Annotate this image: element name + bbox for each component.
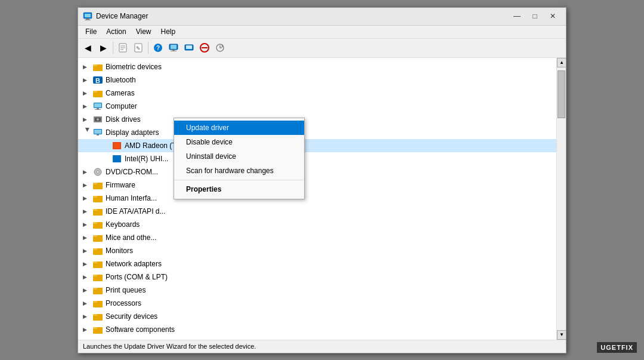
folder-icon	[92, 232, 103, 243]
monitor-button[interactable]	[166, 41, 181, 55]
tree-item-ide[interactable]: ▶ IDE ATA/ATAPI d...	[78, 205, 556, 218]
tree-item-print[interactable]: ▶ Print queues	[78, 284, 556, 297]
folder-icon	[92, 259, 103, 269]
tree-item-network[interactable]: ▶ Network adapters	[78, 257, 556, 270]
dvd-icon	[92, 167, 103, 177]
toolbar-separator-2	[148, 42, 148, 54]
expand-arrow: ▶	[83, 169, 92, 175]
tree-item-display[interactable]: ▶ Display adapters	[78, 126, 556, 139]
folder-icon	[92, 311, 103, 322]
tree-item-biometric[interactable]: ▶ Biometric devices	[78, 60, 556, 73]
scrollbar[interactable]: ▲ ▼	[556, 58, 566, 340]
scrollbar-thumb[interactable]	[558, 70, 565, 118]
tree-item-label: Bluetooth	[106, 76, 136, 84]
tree-item-disk[interactable]: ▶ Disk drives	[78, 113, 556, 126]
tree-item-label: DVD/CD-ROM...	[106, 168, 158, 176]
tree-item-firmware[interactable]: ▶ Firmware	[78, 179, 556, 192]
tree-item-label: Print queues	[106, 286, 145, 294]
menu-bar: File Action View Help	[78, 26, 566, 39]
tree-item-monitors[interactable]: ▶ Monitors	[78, 244, 556, 257]
svg-rect-1	[85, 14, 91, 17]
help-button[interactable]: ?	[151, 41, 165, 55]
scrollbar-track[interactable]	[557, 67, 566, 330]
expand-arrow: ▶	[83, 103, 92, 109]
svg-rect-61	[93, 301, 97, 303]
scroll-up-button[interactable]: ▲	[557, 58, 566, 67]
disable-button[interactable]	[197, 41, 212, 55]
back-button[interactable]: ◀	[80, 41, 95, 55]
folder-icon	[92, 298, 103, 309]
tree-item-label: Computer	[106, 102, 137, 110]
tree-item-cameras[interactable]: ▶ Cameras	[78, 87, 556, 100]
tree-item-computer[interactable]: ▶ Computer	[78, 100, 556, 113]
menu-action[interactable]: Action	[101, 26, 131, 37]
expand-arrow: ▶	[83, 287, 92, 293]
tree-item-software-components[interactable]: ▶ Software components	[78, 323, 556, 336]
tree-item-label: Security devices	[106, 312, 157, 321]
svg-rect-2	[86, 19, 89, 20]
tree-item-label: Keyboards	[106, 220, 140, 229]
svg-rect-17	[186, 45, 192, 49]
tree-item-label: Mice and othe...	[106, 233, 156, 242]
expand-arrow: ▶	[83, 182, 92, 188]
folder-icon	[92, 88, 103, 99]
tree-item-label: Ports (COM & LPT)	[106, 273, 168, 281]
ctx-uninstall-device[interactable]: Uninstall device	[174, 149, 304, 164]
tree-item-processors[interactable]: ▶ Processors	[78, 297, 556, 310]
minimize-button[interactable]: —	[509, 10, 525, 22]
status-bar: Launches the Update Driver Wizard for th…	[78, 340, 566, 353]
tree-item-intel[interactable]: Intel(R) UHI...	[78, 152, 556, 165]
toolbar-separator-1	[113, 42, 113, 54]
tree-item-label: Processors	[106, 299, 141, 307]
status-text: Launches the Update Driver Wizard for th…	[83, 343, 256, 350]
tree-item-bluetooth[interactable]: ▶ B Bluetooth	[78, 73, 556, 87]
folder-icon	[92, 180, 103, 190]
tree-item-dvd[interactable]: ▶ DVD/CD-ROM...	[78, 165, 556, 179]
tree-item-mice[interactable]: ▶ Mice and othe...	[78, 231, 556, 244]
folder-icon	[92, 219, 103, 230]
device-tree[interactable]: ▶ Biometric devices ▶ B Bluetooth ▶	[78, 58, 556, 340]
menu-file[interactable]: File	[80, 26, 101, 37]
forward-button[interactable]: ▶	[96, 41, 110, 55]
menu-view[interactable]: View	[131, 26, 156, 37]
properties-button[interactable]	[116, 41, 130, 55]
expand-arrow: ▶	[83, 327, 92, 333]
svg-rect-59	[93, 288, 97, 290]
tree-item-software-devices[interactable]: ▶ Software devices	[78, 336, 556, 340]
expand-arrow: ▶	[83, 208, 92, 214]
toolbar: ◀ ▶ ✎ ?	[78, 39, 566, 58]
tree-item-security[interactable]: ▶ Security devices	[78, 310, 556, 323]
svg-rect-35	[94, 130, 101, 134]
svg-rect-14	[172, 50, 175, 51]
tree-item-amd[interactable]: AMD Radeon (TM) RX 640	[78, 139, 556, 152]
svg-rect-57	[93, 275, 97, 276]
svg-rect-63	[93, 314, 97, 316]
tree-item-label: Software devices	[106, 339, 160, 340]
tree-item-ports[interactable]: ▶ Ports (COM & LPT)	[78, 270, 556, 284]
disk-icon	[92, 114, 103, 125]
svg-rect-65	[93, 327, 97, 329]
update-button[interactable]: ✎	[131, 41, 145, 55]
tree-item-hid[interactable]: ▶ Human Interfa...	[78, 192, 556, 205]
folder-icon	[92, 337, 103, 340]
svg-rect-43	[93, 183, 97, 184]
scan-button[interactable]	[213, 41, 227, 55]
svg-rect-15	[171, 51, 177, 51]
amd-icon	[112, 140, 122, 151]
expand-arrow: ▶	[83, 116, 92, 122]
ctx-scan-hardware[interactable]: Scan for hardware changes	[174, 164, 304, 178]
ctx-disable-device[interactable]: Disable device	[174, 135, 304, 149]
folder-icon	[92, 206, 103, 217]
menu-help[interactable]: Help	[156, 26, 181, 37]
expand-arrow: ▶	[83, 90, 92, 96]
tree-item-keyboards[interactable]: ▶ Keyboards	[78, 218, 556, 231]
display-button[interactable]	[182, 41, 196, 55]
svg-rect-51	[93, 235, 97, 237]
svg-rect-38	[113, 143, 120, 149]
scroll-down-button[interactable]: ▼	[557, 330, 566, 340]
folder-icon	[92, 285, 103, 296]
close-button[interactable]: ✕	[544, 10, 561, 22]
maximize-button[interactable]: □	[527, 10, 543, 22]
ctx-update-driver[interactable]: Update driver	[174, 121, 304, 135]
ctx-properties[interactable]: Properties	[174, 182, 304, 196]
